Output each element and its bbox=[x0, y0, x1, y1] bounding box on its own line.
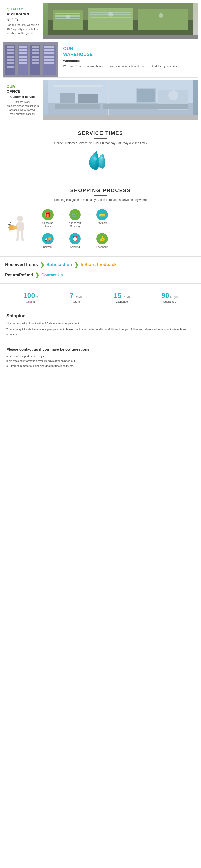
process-row-2: 🚚 Delivery → ⏰ Shipping → 👍 Feedback bbox=[38, 233, 194, 249]
svg-rect-19 bbox=[6, 56, 14, 58]
delivery-icon: 🚚 bbox=[42, 233, 54, 244]
service-times-desc: Online Customer Service: 9:00-21:00 Mond… bbox=[5, 142, 196, 145]
process-item-cart: 🛒 Add to cartOrdering bbox=[65, 209, 85, 228]
payment-label: Payment bbox=[97, 221, 107, 225]
stat-original: 100% Original bbox=[23, 291, 38, 303]
arrow-4: → bbox=[86, 236, 91, 241]
quality-text: QUALITY ASSURANCE Quality For all produc… bbox=[3, 3, 43, 39]
quality-title-line1: QUALITY bbox=[6, 7, 23, 11]
svg-point-58 bbox=[17, 216, 23, 222]
arrow-2: → bbox=[86, 212, 91, 217]
svg-rect-54 bbox=[55, 104, 100, 109]
office-text: OUR OFFICE Customer service If there is … bbox=[3, 80, 43, 120]
quality-subtitle: Quality bbox=[6, 17, 39, 21]
warehouse-title-line1: OUR bbox=[63, 46, 73, 51]
shipping-para2: To ensure quickly delivery,before your p… bbox=[6, 327, 195, 337]
arrow-3: → bbox=[59, 236, 63, 241]
process-container: 🎁 ChoosingItems → 🛒 Add to cartOrdering … bbox=[0, 204, 201, 254]
megaphone-svg bbox=[7, 214, 33, 244]
svg-rect-51 bbox=[60, 93, 76, 103]
svg-rect-46 bbox=[53, 85, 103, 87]
stat-original-value: 100% bbox=[23, 291, 38, 300]
contact-us-label: Contact Us bbox=[41, 273, 63, 277]
svg-rect-59 bbox=[16, 222, 24, 231]
cart-icon: 🛒 bbox=[69, 209, 81, 220]
svg-rect-55 bbox=[103, 104, 189, 109]
feedback-bar: Received Items ❯ Satisfaction ❯ 5 Stars … bbox=[0, 256, 201, 284]
contact-heading: Please contact us if you have below ques… bbox=[6, 347, 195, 351]
svg-rect-52 bbox=[78, 94, 98, 103]
svg-point-12 bbox=[108, 11, 113, 17]
quality-image bbox=[43, 3, 198, 39]
shipping-label: Shipping bbox=[70, 245, 80, 249]
factory-svg bbox=[43, 3, 198, 35]
svg-rect-65 bbox=[17, 231, 19, 238]
warehouse-text: OUR WAREHOUSE Warehouse We have Russia l… bbox=[58, 42, 198, 78]
svg-rect-25 bbox=[19, 49, 27, 51]
office-svg bbox=[43, 80, 198, 116]
warehouse-title: OUR WAREHOUSE bbox=[63, 46, 193, 58]
feedback-arrow-1: ❯ bbox=[40, 261, 45, 268]
contact-item-1: a.Items unshipped over 5 days. bbox=[6, 354, 195, 359]
svg-point-11 bbox=[66, 14, 70, 19]
shipping-para1: Most orders will ship out within 3-5 day… bbox=[6, 321, 195, 326]
svg-rect-36 bbox=[32, 62, 39, 64]
stat-return-label: Return bbox=[69, 300, 82, 303]
svg-point-53 bbox=[168, 90, 178, 100]
svg-rect-66 bbox=[21, 231, 23, 238]
warehouse-section: OUR WAREHOUSE Warehouse We have Russia l… bbox=[2, 42, 199, 78]
svg-rect-3 bbox=[88, 8, 133, 30]
process-steps: 🎁 ChoosingItems → 🛒 Add to cartOrdering … bbox=[38, 209, 194, 249]
office-section: OUR OFFICE Customer service If there is … bbox=[2, 80, 199, 120]
office-image bbox=[43, 80, 198, 120]
office-desc: If there is any problem,please contact u… bbox=[6, 100, 39, 116]
stat-return-value: 7 Days bbox=[69, 291, 82, 300]
payment-icon: 💳 bbox=[96, 209, 108, 220]
shipping-heading: Shipping bbox=[6, 313, 195, 319]
service-times-heading: SERVICE TIMES bbox=[5, 130, 196, 136]
svg-rect-35 bbox=[32, 59, 39, 61]
feedback-arrow-3: ❯ bbox=[35, 272, 39, 278]
feedback-arrow-2: ❯ bbox=[74, 261, 79, 268]
shopping-process-heading: SHOPPING PROCESS bbox=[5, 188, 196, 193]
svg-rect-43 bbox=[44, 62, 54, 64]
feedback-row-2: Return/Refund ❯ Contact Us bbox=[2, 271, 199, 280]
quality-desc: For all products, we will do 100% qualit… bbox=[6, 23, 39, 35]
process-item-payment: 💳 Payment bbox=[92, 209, 112, 225]
water-drop-icon bbox=[88, 150, 113, 175]
process-item-shipping: ⏰ Shipping bbox=[65, 233, 85, 249]
quality-assurance-section: QUALITY ASSURANCE Quality For all produc… bbox=[2, 2, 199, 39]
svg-point-13 bbox=[159, 13, 163, 18]
svg-rect-41 bbox=[44, 56, 54, 58]
stats-row: 100% Original 7 Days Return 15 Days Exch… bbox=[0, 286, 201, 308]
svg-rect-29 bbox=[19, 62, 27, 64]
svg-rect-27 bbox=[19, 56, 27, 58]
svg-rect-24 bbox=[19, 46, 27, 48]
svg-rect-32 bbox=[32, 49, 39, 51]
svg-rect-67 bbox=[16, 238, 19, 241]
svg-rect-68 bbox=[21, 238, 24, 241]
svg-rect-16 bbox=[6, 46, 14, 48]
choosing-icon: 🎁 bbox=[42, 209, 54, 220]
svg-rect-18 bbox=[6, 53, 14, 55]
office-photo bbox=[43, 80, 198, 116]
svg-rect-40 bbox=[44, 53, 54, 55]
received-items-label: Received Items bbox=[5, 262, 38, 268]
svg-rect-22 bbox=[6, 65, 14, 67]
feedback-label: Feedback bbox=[96, 245, 108, 249]
stat-original-label: Original bbox=[23, 300, 38, 303]
svg-rect-38 bbox=[44, 46, 54, 48]
office-title-line1: OUR bbox=[6, 84, 15, 89]
shipping-icon: ⏰ bbox=[69, 233, 81, 244]
stat-return: 7 Days Return bbox=[69, 291, 82, 303]
svg-rect-39 bbox=[44, 49, 54, 51]
svg-rect-17 bbox=[6, 49, 14, 51]
warehouse-title-line2: WAREHOUSE bbox=[63, 52, 93, 57]
stat-guarantee-value: 90 Days bbox=[162, 291, 178, 300]
office-title: OUR OFFICE bbox=[6, 84, 39, 94]
process-item-choosing: 🎁 ChoosingItems bbox=[38, 209, 58, 228]
svg-rect-31 bbox=[32, 46, 39, 48]
stat-exchange-value: 15 Days bbox=[114, 291, 130, 300]
stat-exchange: 15 Days Exchange bbox=[114, 291, 130, 303]
svg-rect-10 bbox=[90, 17, 131, 18]
